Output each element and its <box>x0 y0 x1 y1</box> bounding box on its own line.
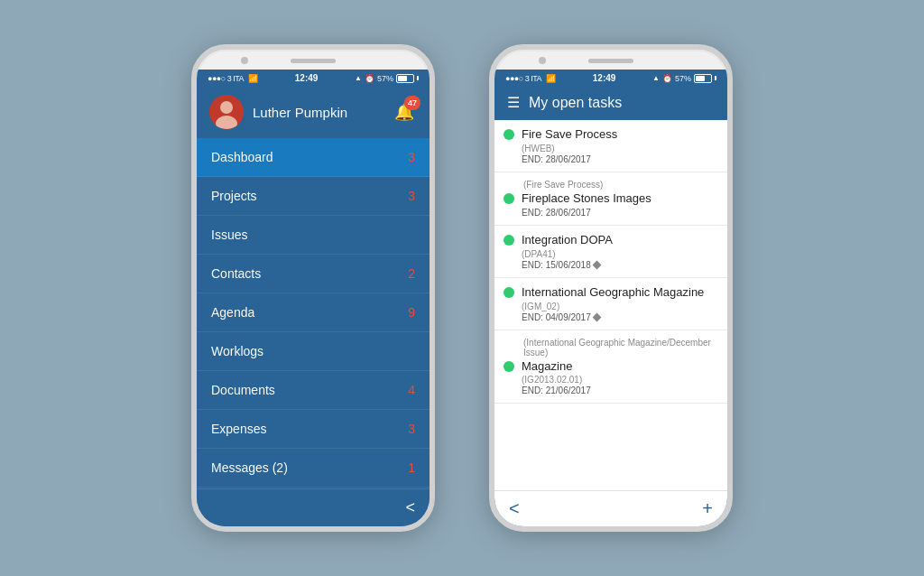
task-sub-4: (IG2013.02.01) <box>522 375 716 385</box>
tasks-header: ☰ My open tasks <box>494 86 727 120</box>
task-sub-3: (IGM_02) <box>522 302 716 311</box>
menu-item-worklogs[interactable]: Worklogs <box>197 332 430 371</box>
battery-tip <box>417 76 419 80</box>
menu-badge-expenses: 3 <box>408 422 415 436</box>
menu-badge-contacts: 2 <box>408 266 415 281</box>
right-phone: ●●●○ 3 ITA 📶 12:49 ▲ ⏰ 57% ☰ My open tas… <box>489 44 733 532</box>
task-status-dot-3 <box>504 287 514 298</box>
left-header: Luther Pumpkin 🔔 47 <box>197 86 430 138</box>
left-phone: ●●●○ 3 ITA 📶 12:49 ▲ ⏰ 57% <box>191 44 435 532</box>
diamond-icon-3 <box>592 312 601 321</box>
task-item-4[interactable]: (International Geographic Magazine/Decem… <box>494 330 727 404</box>
task-status-dot-0 <box>504 129 514 140</box>
task-end-0: END: 28/06/2017 <box>522 154 716 164</box>
task-item-2[interactable]: Integration DOPA (DPA41) END: 15/06/2018 <box>494 226 727 278</box>
menu-badge-dashboard: 3 <box>408 150 415 164</box>
menu-item-messages[interactable]: Messages (2) 1 <box>197 449 430 488</box>
menu-item-dashboard[interactable]: Dashboard 3 <box>197 138 430 177</box>
task-info-3: International Geographic Magazine (IGM_0… <box>522 285 716 322</box>
menu-item-projects[interactable]: Projects 3 <box>197 177 430 216</box>
left-time: 12:49 <box>295 73 319 83</box>
back-icon[interactable]: < <box>405 498 415 517</box>
task-title-3: International Geographic Magazine <box>522 285 716 301</box>
task-item-1[interactable]: (Fire Save Process) Fireplace Stones Ima… <box>494 172 727 226</box>
tasks-list: Fire Save Process (HWEB) END: 28/06/2017… <box>494 120 727 490</box>
right-battery-tip <box>715 76 716 80</box>
user-name: Luther Pumpkin <box>253 105 383 120</box>
menu-item-issues[interactable]: Issues <box>197 216 430 255</box>
task-title-1: Fireplace Stones Images <box>522 191 716 207</box>
menu-label-documents: Documents <box>211 383 275 397</box>
menu-item-contacts[interactable]: Contacts 2 <box>197 255 430 293</box>
menu-badge-agenda: 9 <box>408 305 415 320</box>
task-main-1: Fireplace Stones Images END: 28/06/2017 <box>504 191 716 218</box>
menu-item-documents[interactable]: Documents 4 <box>197 371 430 410</box>
avatar <box>209 95 244 129</box>
tasks-add-button[interactable]: + <box>702 498 713 519</box>
right-status-bar: ●●●○ 3 ITA 📶 12:49 ▲ ⏰ 57% <box>494 70 727 86</box>
menu-badge-messages: 1 <box>408 460 415 475</box>
task-status-dot-4 <box>504 361 514 372</box>
task-end-text-4: END: 21/06/2017 <box>522 386 591 395</box>
menu-label-issues: Issues <box>211 228 247 242</box>
tasks-header-title: My open tasks <box>529 95 622 111</box>
task-info-0: Fire Save Process (HWEB) END: 28/06/2017 <box>522 127 716 164</box>
left-status-left: ●●●○ 3 ITA 📶 <box>208 74 258 83</box>
task-end-2: END: 15/06/2018 <box>522 260 716 270</box>
menu-label-dashboard: Dashboard <box>211 150 273 164</box>
location-icon: ▲ <box>355 74 362 82</box>
menu-badge-projects: 3 <box>408 189 415 203</box>
task-end-4: END: 21/06/2017 <box>522 386 716 395</box>
menu-label-contacts: Contacts <box>211 266 261 281</box>
task-context-1: (Fire Save Process) <box>504 180 716 190</box>
battery-icon <box>396 74 414 83</box>
menu-label-projects: Projects <box>211 189 257 203</box>
battery-text: 57% <box>377 74 393 83</box>
notification-badge: 47 <box>404 96 420 110</box>
task-title-2: Integration DOPA <box>522 233 716 248</box>
task-end-3: END: 04/09/2017 <box>522 312 716 322</box>
menu-label-worklogs: Worklogs <box>211 344 263 358</box>
task-main-2: Integration DOPA (DPA41) END: 15/06/2018 <box>504 233 716 270</box>
scene: ●●●○ 3 ITA 📶 12:49 ▲ ⏰ 57% <box>191 44 733 532</box>
task-context-4: (International Geographic Magazine/Decem… <box>504 338 716 358</box>
task-title-0: Fire Save Process <box>522 127 716 143</box>
menu-item-agenda[interactable]: Agenda 9 <box>197 293 430 332</box>
task-main-4: Magazine (IG2013.02.01) END: 21/06/2017 <box>504 359 716 396</box>
diamond-icon-2 <box>592 260 601 269</box>
right-time: 12:49 <box>593 73 616 83</box>
right-carrier: ●●●○ 3 ITA <box>505 74 541 83</box>
right-battery-icon <box>694 74 712 83</box>
task-item-0[interactable]: Fire Save Process (HWEB) END: 28/06/2017 <box>494 120 727 172</box>
menu-label-agenda: Agenda <box>211 305 254 320</box>
svg-point-1 <box>220 101 233 114</box>
task-info-2: Integration DOPA (DPA41) END: 15/06/2018 <box>522 233 716 270</box>
task-status-dot-1 <box>504 193 514 204</box>
left-footer: < <box>197 488 430 526</box>
notification-button[interactable]: 🔔 47 <box>392 99 417 125</box>
hamburger-icon[interactable]: ☰ <box>507 96 520 110</box>
task-end-text-0: END: 28/06/2017 <box>522 154 591 164</box>
right-screen: ☰ My open tasks Fire Save Process (HWEB)… <box>494 86 727 526</box>
task-item-3[interactable]: International Geographic Magazine (IGM_0… <box>494 278 727 330</box>
left-screen: Luther Pumpkin 🔔 47 Dashboard 3 Projects… <box>197 86 430 526</box>
task-info-4: Magazine (IG2013.02.01) END: 21/06/2017 <box>522 359 716 396</box>
menu-label-messages: Messages (2) <box>211 460 288 475</box>
task-sub-2: (DPA41) <box>522 249 716 259</box>
alarm-icon: ⏰ <box>365 74 374 83</box>
menu-badge-documents: 4 <box>408 383 415 397</box>
task-end-1: END: 28/06/2017 <box>522 208 716 218</box>
right-status-right: ▲ ⏰ 57% <box>652 74 716 83</box>
right-alarm-icon: ⏰ <box>662 74 672 83</box>
right-footer: < + <box>494 490 727 526</box>
left-carrier: ●●●○ 3 ITA <box>208 74 244 83</box>
task-main-0: Fire Save Process (HWEB) END: 28/06/2017 <box>504 127 716 164</box>
menu-item-expenses[interactable]: Expenses 3 <box>197 410 430 449</box>
menu-label-expenses: Expenses <box>211 422 266 436</box>
tasks-back-button[interactable]: < <box>509 498 520 519</box>
right-status-left: ●●●○ 3 ITA 📶 <box>505 74 556 83</box>
menu-list: Dashboard 3 Projects 3 Issues Contacts 2… <box>197 138 430 488</box>
avatar-image <box>209 95 244 129</box>
right-location-icon: ▲ <box>652 74 660 82</box>
task-main-3: International Geographic Magazine (IGM_0… <box>504 285 716 322</box>
